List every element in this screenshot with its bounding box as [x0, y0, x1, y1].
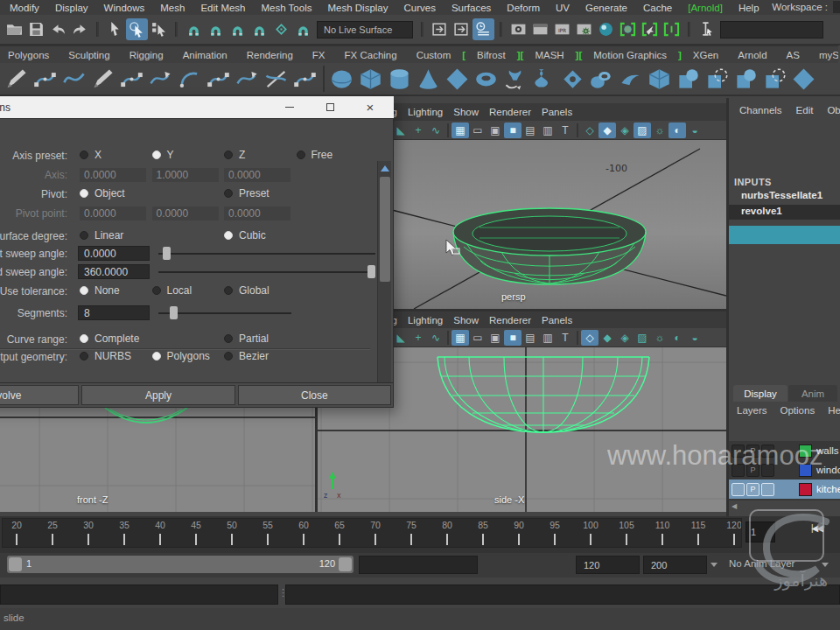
layer-playback-toggle[interactable]: P — [746, 483, 760, 496]
close-button[interactable]: Close — [238, 385, 391, 405]
shadows-icon[interactable]: ◐ — [668, 122, 686, 138]
segments-slider[interactable] — [158, 312, 291, 314]
axis-preset-option-z[interactable]: Z — [224, 149, 245, 161]
mi-item-uv[interactable]: UV — [548, 3, 578, 13]
extrude-icon[interactable] — [587, 65, 616, 94]
shelftab-item-polygons[interactable]: Polygons — [0, 50, 59, 60]
layer-display-toggle[interactable] — [761, 444, 774, 458]
bevel-plus-icon[interactable] — [703, 65, 732, 94]
mi-item-display[interactable]: Display — [47, 3, 96, 13]
chevron-down-icon[interactable] — [710, 563, 718, 567]
hypershade-button[interactable] — [595, 18, 617, 40]
paint-select-tool-button[interactable] — [148, 18, 170, 40]
channel-box-highlight-bar[interactable] — [729, 226, 840, 244]
paint-effects-icon[interactable]: ∿ — [427, 122, 444, 138]
mi-item-surfaces[interactable]: Surfaces — [444, 3, 499, 13]
wireframe-icon[interactable]: ◇ — [581, 330, 598, 346]
cm-item-object[interactable]: Object — [827, 105, 840, 116]
chevron-down-icon[interactable] — [822, 563, 829, 567]
resolution-gate-icon[interactable]: ▣ — [486, 330, 504, 346]
snap-to-grid-button[interactable] — [183, 18, 205, 40]
save-scene-button[interactable] — [25, 18, 47, 40]
tab-display[interactable]: Display — [733, 385, 788, 402]
list-input-operations-button[interactable] — [472, 18, 494, 40]
select-tool-button[interactable] — [104, 18, 126, 40]
bezier-curve-tool-icon[interactable] — [88, 65, 117, 94]
scrollbar-thumb[interactable] — [380, 177, 390, 282]
pm-item-lighting[interactable]: Lighting — [402, 315, 448, 326]
safe-title-icon[interactable]: T — [556, 330, 574, 346]
select-by-name-icon[interactable] — [696, 18, 718, 40]
command-line-input[interactable] — [0, 584, 278, 605]
maximize-button[interactable] — [310, 96, 350, 118]
shelftab-item-motion-graphics[interactable]: Motion Graphics — [584, 50, 676, 60]
pencil-curve-tool-icon[interactable] — [2, 65, 31, 94]
output-geometry-option-nurbs[interactable]: NURBS — [80, 350, 131, 362]
safe-title-icon[interactable]: T — [556, 122, 574, 138]
layer-scroll-left-icon[interactable]: ◀ — [732, 502, 737, 510]
pivot-option-object[interactable]: Object — [80, 187, 125, 200]
layer-playback-toggle[interactable]: P — [746, 444, 760, 458]
range-slider-handle-right[interactable] — [339, 557, 352, 571]
snap-to-projected-center-button[interactable] — [248, 18, 270, 40]
nurbs-sphere-icon[interactable] — [327, 65, 356, 94]
mi-item-mesh-display[interactable]: Mesh Display — [319, 3, 396, 13]
textured-icon[interactable]: ▨ — [634, 330, 651, 346]
shelftab-item-as[interactable]: AS — [777, 50, 809, 60]
mi-item-generate[interactable]: Generate — [578, 3, 635, 13]
mi-item-arnold[interactable]: [Arnold] — [680, 3, 731, 13]
timeline-ruler[interactable]: 2025303540455055606570758085909510010511… — [2, 518, 742, 548]
start-sweep-slider-handle[interactable] — [163, 247, 171, 260]
current-frame-field[interactable]: 1 — [746, 522, 775, 542]
lm-item-options[interactable]: Options — [780, 405, 816, 416]
shelftab-item-rigging[interactable]: Rigging — [120, 50, 173, 60]
paint-effects-icon[interactable]: ∿ — [427, 330, 444, 346]
gate-mask-icon[interactable]: ■ — [504, 122, 522, 138]
playback-option-field[interactable] — [359, 556, 478, 574]
curve-range-option-complete[interactable]: Complete — [80, 332, 139, 345]
start-sweep-input[interactable]: 0.0000 — [78, 246, 150, 261]
layer-row-walls[interactable]: Pwalls — [729, 441, 840, 460]
nurbs-cylinder-icon[interactable] — [385, 65, 414, 94]
end-sweep-input[interactable]: 360.0000 — [78, 264, 150, 279]
shelftab-item-custom[interactable]: Custom — [407, 50, 461, 60]
scroll-up-icon[interactable] — [381, 165, 389, 172]
ipr-render-button[interactable]: IPR — [551, 18, 573, 40]
nurbs-plane-icon[interactable] — [443, 65, 472, 94]
mi-item-windows[interactable]: Windows — [96, 3, 153, 13]
surface-degree-option-linear[interactable]: Linear — [80, 229, 123, 242]
shelftab-item-sculpting[interactable]: Sculpting — [59, 50, 119, 60]
tab-anim[interactable]: Anim — [788, 385, 837, 402]
ep-curve-tool-icon[interactable] — [60, 65, 88, 94]
workspace-selector[interactable] — [833, 1, 840, 13]
input-node-nurbstessellate1[interactable]: nurbsTessellate1 — [741, 190, 822, 200]
apply-button[interactable]: Apply — [81, 385, 234, 405]
occlusion-icon[interactable]: ◒ — [686, 330, 704, 346]
curve-range-option-partial[interactable]: Partial — [224, 332, 269, 345]
shelftab-item-bifrost[interactable]: Bifrost — [467, 50, 515, 60]
wireframe-icon[interactable]: ◇ — [581, 122, 598, 138]
boundary-icon[interactable] — [645, 65, 674, 94]
attach-curve-icon[interactable] — [290, 65, 319, 94]
segments-slider-handle[interactable] — [170, 306, 178, 319]
trim-icon[interactable] — [732, 65, 760, 94]
cut-curve-icon[interactable] — [262, 65, 290, 94]
revolve-icon[interactable] — [500, 65, 529, 94]
undo-button[interactable] — [47, 18, 69, 40]
smooth-shade-icon[interactable]: ◆ — [598, 330, 616, 346]
shelftab-item-arnold[interactable]: Arnold — [728, 50, 776, 60]
make-live-button[interactable] — [270, 18, 292, 40]
pm-item-panels[interactable]: Panels — [536, 315, 578, 326]
curve-editing-tool-icon[interactable] — [146, 65, 175, 94]
shelftab-item-fx[interactable]: FX — [303, 50, 335, 60]
untrim-icon[interactable] — [760, 65, 789, 94]
mi-item-help[interactable]: Help — [731, 3, 767, 13]
quick-select-field[interactable] — [720, 21, 823, 38]
grid-icon[interactable]: ▦ — [452, 330, 469, 346]
ramp-icon[interactable]: ◣ — [392, 330, 410, 346]
bevel-icon[interactable] — [674, 65, 703, 94]
surface-degree-option-cubic[interactable]: Cubic — [224, 229, 266, 242]
shelftab-item-fx-caching[interactable]: FX Caching — [335, 50, 407, 60]
pivot-option-preset[interactable]: Preset — [224, 187, 270, 200]
shelftab-item-xgen[interactable]: XGen — [683, 50, 728, 60]
